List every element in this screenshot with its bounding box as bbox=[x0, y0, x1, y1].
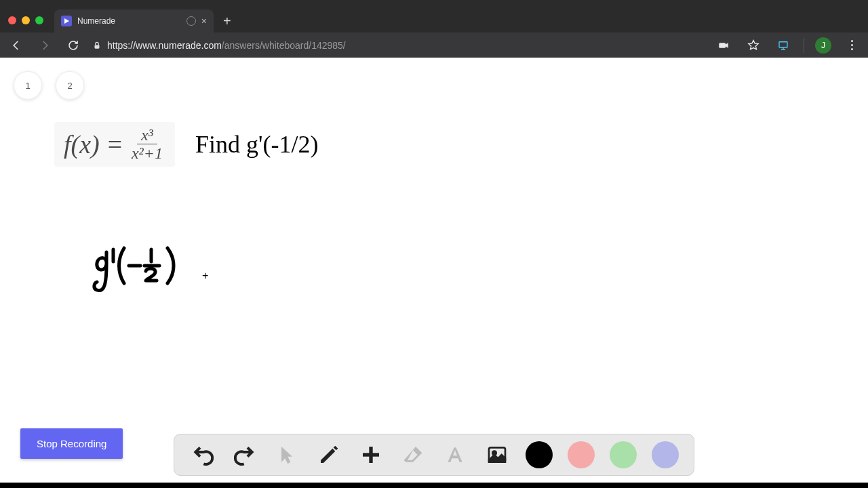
menu-button[interactable] bbox=[842, 36, 861, 55]
new-tab-button[interactable]: + bbox=[223, 14, 231, 29]
svg-marker-0 bbox=[64, 18, 69, 24]
tab-title: Numerade bbox=[77, 16, 181, 26]
svg-rect-3 bbox=[779, 41, 787, 47]
handwritten-work[interactable] bbox=[92, 244, 193, 308]
favicon-icon bbox=[61, 16, 72, 26]
redo-button[interactable] bbox=[231, 441, 258, 468]
text-tool[interactable] bbox=[441, 441, 469, 468]
back-button[interactable] bbox=[7, 36, 26, 55]
image-tool[interactable] bbox=[484, 441, 511, 468]
math-area: f(x) = x³ x²+1 Find g'(-1/2) bbox=[54, 122, 318, 167]
page-tabs: 1 2 bbox=[14, 71, 84, 100]
svg-rect-2 bbox=[719, 43, 726, 48]
avatar[interactable]: J bbox=[815, 37, 831, 54]
forward-button[interactable] bbox=[35, 36, 54, 55]
problem-prompt[interactable]: Find g'(-1/2) bbox=[195, 130, 318, 159]
color-green[interactable] bbox=[610, 441, 637, 468]
color-blue[interactable] bbox=[652, 441, 679, 468]
denominator: x²+1 bbox=[129, 144, 165, 162]
close-tab-icon[interactable]: × bbox=[201, 16, 207, 26]
minimize-window-button[interactable] bbox=[22, 16, 30, 24]
function-definition[interactable]: f(x) = x³ x²+1 bbox=[54, 122, 175, 167]
numerator: x³ bbox=[137, 126, 157, 144]
pointer-tool[interactable] bbox=[273, 441, 300, 468]
color-black[interactable] bbox=[526, 441, 553, 468]
navigation-bar: https://www.numerade.com/answers/whitebo… bbox=[0, 33, 868, 58]
whiteboard-toolbar bbox=[174, 434, 694, 476]
browser-right-icons: J bbox=[714, 36, 861, 55]
page-tab-1[interactable]: 1 bbox=[14, 71, 42, 100]
bottom-edge bbox=[0, 483, 868, 488]
tab-bar: Numerade × + bbox=[54, 9, 231, 33]
camera-icon[interactable] bbox=[714, 36, 733, 55]
svg-rect-1 bbox=[95, 45, 100, 48]
stop-recording-button[interactable]: Stop Recording bbox=[20, 428, 123, 459]
address-bar[interactable]: https://www.numerade.com/answers/whitebo… bbox=[92, 40, 705, 51]
browser-tab[interactable]: Numerade × bbox=[54, 9, 214, 33]
maximize-window-button[interactable] bbox=[35, 16, 43, 24]
kebab-icon bbox=[851, 40, 853, 50]
eraser-tool[interactable] bbox=[399, 441, 427, 468]
screen-icon[interactable] bbox=[774, 36, 793, 55]
whiteboard-content: 1 2 f(x) = x³ x²+1 Find g'(-1/2) bbox=[0, 58, 868, 483]
page-tab-2[interactable]: 2 bbox=[56, 71, 84, 100]
window-controls bbox=[8, 16, 43, 24]
close-window-button[interactable] bbox=[8, 16, 16, 24]
add-tool[interactable] bbox=[357, 441, 384, 468]
lock-icon bbox=[92, 41, 102, 50]
divider bbox=[804, 38, 804, 53]
tab-audio-icon[interactable] bbox=[186, 16, 196, 26]
bookmark-star-icon[interactable] bbox=[744, 36, 763, 55]
color-red[interactable] bbox=[568, 441, 595, 468]
drawing-cursor-icon: + bbox=[202, 270, 208, 282]
url-text: https://www.numerade.com/answers/whitebo… bbox=[107, 40, 346, 51]
svg-rect-5 bbox=[363, 453, 379, 456]
browser-chrome: Numerade × + https://www.numerade.com/an… bbox=[0, 0, 868, 58]
equation-line: f(x) = x³ x²+1 Find g'(-1/2) bbox=[54, 122, 318, 167]
equation-lhs: f(x) = bbox=[64, 129, 123, 159]
fraction: x³ x²+1 bbox=[129, 126, 165, 163]
pencil-tool[interactable] bbox=[315, 441, 342, 468]
reload-button[interactable] bbox=[64, 36, 83, 55]
undo-button[interactable] bbox=[189, 441, 216, 468]
